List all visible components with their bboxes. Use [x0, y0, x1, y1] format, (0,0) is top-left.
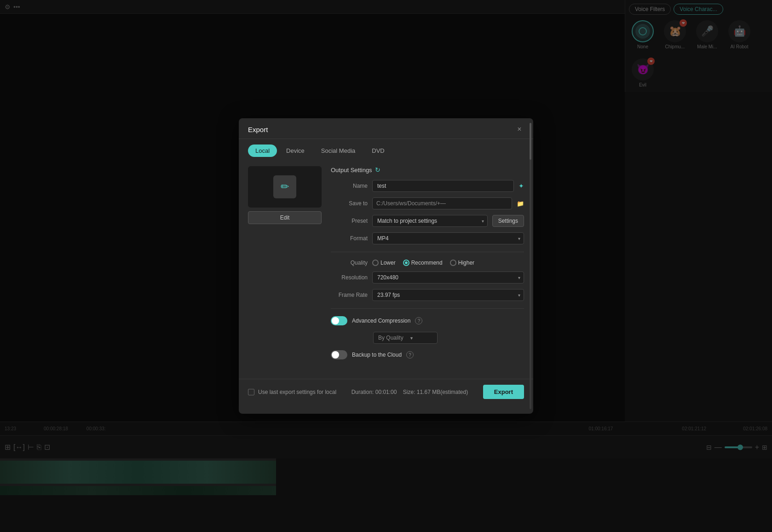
path-display: C:/Users/ws/Documents/+—: [372, 197, 512, 209]
tab-device[interactable]: Device: [279, 145, 312, 157]
save-to-row: Save to C:/Users/ws/Documents/+— 📁: [331, 197, 524, 209]
frame-rate-select-wrapper: 23.97 fps: [372, 289, 524, 301]
backup-cloud-help-icon[interactable]: ?: [406, 351, 414, 359]
preset-select-wrapper: Match to project settings: [372, 215, 488, 227]
export-tabs: Local Device Social Media DVD: [239, 139, 533, 157]
resolution-select[interactable]: 720x480: [372, 272, 524, 283]
name-input[interactable]: [372, 180, 514, 192]
use-last-settings-label: Use last export settings for local: [258, 389, 336, 395]
folder-icon[interactable]: 📁: [517, 200, 524, 207]
quality-row: Quality Lower Recommend Higher: [331, 260, 524, 266]
tab-dvd[interactable]: DVD: [364, 145, 392, 157]
radio-higher-circle: [450, 260, 456, 266]
dialog-footer: Use last export settings for local Durat…: [239, 379, 533, 405]
backup-cloud-row: Backup to the Cloud ?: [331, 350, 524, 359]
advanced-compression-help-icon[interactable]: ?: [415, 317, 422, 324]
format-row: Format MP4: [331, 232, 524, 244]
divider-1: [331, 252, 524, 252]
advanced-compression-label: Advanced Compression: [352, 318, 410, 324]
dialog-overlay: Export × Local Device Social Media DVD ✏…: [0, 0, 772, 532]
close-icon[interactable]: ×: [515, 125, 524, 134]
export-button[interactable]: Export: [483, 385, 524, 399]
settings-button[interactable]: Settings: [492, 215, 524, 227]
radio-recommend-circle: [403, 260, 409, 266]
export-dialog: Export × Local Device Social Media DVD ✏…: [239, 118, 533, 414]
scroll-track[interactable]: [530, 123, 531, 409]
backup-cloud-label: Backup to the Cloud: [352, 352, 402, 358]
settings-panel: Output Settings ↻ Name ✦ Save to C:/User…: [331, 166, 524, 366]
advanced-compression-row: Advanced Compression ?: [331, 316, 524, 325]
tab-social-media[interactable]: Social Media: [314, 145, 363, 157]
quality-radio-group: Lower Recommend Higher: [372, 260, 474, 266]
format-label: Format: [331, 235, 368, 242]
preview-thumbnail: ✏: [248, 166, 322, 208]
name-label: Name: [331, 183, 368, 189]
backup-cloud-toggle[interactable]: [331, 350, 347, 359]
edit-pencil-icon: ✏: [281, 181, 289, 193]
resolution-row: Resolution 720x480: [331, 272, 524, 283]
frame-rate-select[interactable]: 23.97 fps: [372, 289, 524, 301]
by-quality-wrapper-row: By Quality ▾: [331, 332, 524, 344]
radio-lower-circle: [372, 260, 379, 266]
quality-lower-label: Lower: [380, 260, 396, 266]
ai-edit-icon[interactable]: ✦: [519, 182, 524, 190]
preset-row: Preset Match to project settings Setting…: [331, 215, 524, 227]
refresh-icon[interactable]: ↻: [375, 166, 380, 173]
quality-higher[interactable]: Higher: [450, 260, 474, 266]
frame-rate-label: Frame Rate: [331, 292, 368, 298]
by-quality-select-wrapper: By Quality ▾: [352, 332, 416, 344]
advanced-compression-toggle[interactable]: [331, 316, 347, 325]
preview-panel: ✏ Edit: [248, 166, 322, 366]
quality-label: Quality: [331, 260, 368, 266]
by-quality-select[interactable]: By Quality: [373, 332, 438, 344]
dialog-body: ✏ Edit Output Settings ↻ Name ✦: [239, 157, 533, 375]
output-settings-title: Output Settings ↻: [331, 166, 524, 173]
dialog-header: Export ×: [239, 118, 533, 139]
resolution-select-wrapper: 720x480: [372, 272, 524, 283]
format-select[interactable]: MP4: [372, 232, 524, 244]
footer-left: Use last export settings for local: [248, 389, 336, 395]
duration-text: Duration: 00:01:00: [351, 389, 397, 395]
tab-local[interactable]: Local: [248, 145, 277, 157]
edit-button[interactable]: Edit: [248, 211, 322, 224]
quality-higher-label: Higher: [458, 260, 474, 266]
scroll-thumb[interactable]: [530, 123, 531, 160]
name-row: Name ✦: [331, 180, 524, 192]
divider-2: [331, 308, 524, 309]
dialog-title: Export: [248, 126, 268, 133]
quality-recommend-label: Recommend: [411, 260, 443, 266]
preset-label: Preset: [331, 218, 368, 224]
quality-recommend[interactable]: Recommend: [403, 260, 443, 266]
quality-lower[interactable]: Lower: [372, 260, 396, 266]
frame-rate-row: Frame Rate 23.97 fps: [331, 289, 524, 301]
path-text: C:/Users/ws/Documents/+—: [376, 200, 508, 207]
preview-icon: ✏: [273, 175, 296, 198]
save-to-label: Save to: [331, 200, 368, 207]
output-settings-label: Output Settings: [331, 167, 372, 173]
preset-select[interactable]: Match to project settings: [372, 215, 488, 227]
duration-size-info: Duration: 00:01:00 Size: 11.67 MB(estima…: [351, 389, 468, 395]
resolution-label: Resolution: [331, 274, 368, 281]
use-last-settings-checkbox[interactable]: [248, 389, 254, 395]
size-text: Size: 11.67 MB(estimated): [403, 389, 468, 395]
format-select-wrapper: MP4: [372, 232, 524, 244]
